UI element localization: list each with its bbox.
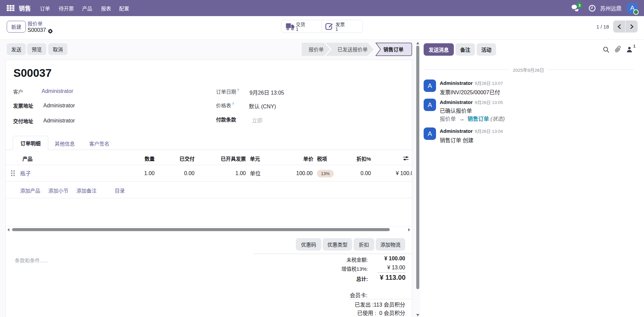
svg-text:已发送报价单: 已发送报价单 [337, 47, 368, 52]
svg-text:报价单: 报价单 [309, 47, 324, 52]
svg-text:销售订单: 销售订单 [383, 47, 404, 52]
